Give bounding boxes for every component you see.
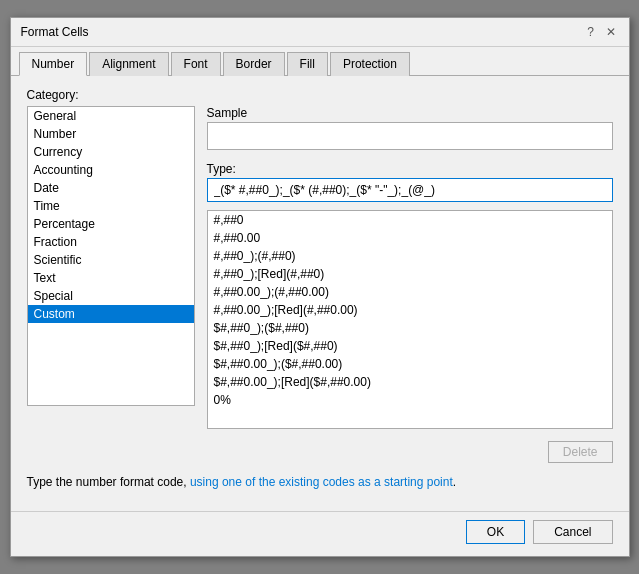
tab-fill[interactable]: Fill — [287, 52, 328, 76]
title-bar: Format Cells ? ✕ — [11, 18, 629, 47]
category-item-custom[interactable]: Custom — [28, 305, 194, 323]
tab-number[interactable]: Number — [19, 52, 88, 76]
close-button[interactable]: ✕ — [603, 24, 619, 40]
format-item[interactable]: $#,##0.00_);[Red]($#,##0.00) — [208, 373, 612, 391]
format-item[interactable]: #,##0.00 — [208, 229, 612, 247]
category-item-text[interactable]: Text — [28, 269, 194, 287]
type-input[interactable] — [207, 178, 613, 202]
format-item[interactable]: $#,##0_);[Red]($#,##0) — [208, 337, 612, 355]
title-bar-controls: ? ✕ — [583, 24, 619, 40]
format-item[interactable]: $#,##0.00_);($#,##0.00) — [208, 355, 612, 373]
format-item[interactable]: #,##0 — [208, 211, 612, 229]
category-item-currency[interactable]: Currency — [28, 143, 194, 161]
category-item-general[interactable]: General — [28, 107, 194, 125]
format-list-container[interactable]: #,##0 #,##0.00 #,##0_);(#,##0) #,##0_);[… — [207, 210, 613, 429]
tab-protection[interactable]: Protection — [330, 52, 410, 76]
main-row: General Number Currency Accounting Date … — [27, 106, 613, 463]
ok-button[interactable]: OK — [466, 520, 525, 544]
category-list[interactable]: General Number Currency Accounting Date … — [27, 106, 195, 406]
category-item-fraction[interactable]: Fraction — [28, 233, 194, 251]
sample-section: Sample — [207, 106, 613, 150]
hint-prefix: Type the number format code, — [27, 475, 190, 489]
tab-content: Category: General Number Currency Accoun… — [11, 76, 629, 511]
category-item-special[interactable]: Special — [28, 287, 194, 305]
category-item-number[interactable]: Number — [28, 125, 194, 143]
category-item-accounting[interactable]: Accounting — [28, 161, 194, 179]
right-panel: Sample Type: #,##0 #,##0.00 #,##0_);(#,#… — [207, 106, 613, 463]
format-list: #,##0 #,##0.00 #,##0_);(#,##0) #,##0_);[… — [208, 211, 612, 409]
sample-box — [207, 122, 613, 150]
format-item[interactable]: #,##0_);(#,##0) — [208, 247, 612, 265]
category-panel: General Number Currency Accounting Date … — [27, 106, 195, 463]
category-item-scientific[interactable]: Scientific — [28, 251, 194, 269]
tab-bar: Number Alignment Font Border Fill Protec… — [11, 47, 629, 76]
category-item-time[interactable]: Time — [28, 197, 194, 215]
dialog-title: Format Cells — [21, 25, 89, 39]
format-cells-dialog: Format Cells ? ✕ Number Alignment Font B… — [10, 17, 630, 557]
hint-text: Type the number format code, using one o… — [27, 473, 613, 491]
help-button[interactable]: ? — [583, 24, 599, 40]
delete-row: Delete — [207, 441, 613, 463]
format-item[interactable]: #,##0.00_);[Red](#,##0.00) — [208, 301, 612, 319]
tab-font[interactable]: Font — [171, 52, 221, 76]
category-label: Category: — [27, 88, 613, 102]
hint-suffix: . — [453, 475, 456, 489]
format-item[interactable]: $#,##0_);($#,##0) — [208, 319, 612, 337]
bottom-buttons: OK Cancel — [11, 511, 629, 556]
format-item[interactable]: 0% — [208, 391, 612, 409]
format-item[interactable]: #,##0_);[Red](#,##0) — [208, 265, 612, 283]
tab-border[interactable]: Border — [223, 52, 285, 76]
format-item[interactable]: #,##0.00_);(#,##0.00) — [208, 283, 612, 301]
type-section: Type: — [207, 162, 613, 202]
category-item-date[interactable]: Date — [28, 179, 194, 197]
format-list-wrapper: #,##0 #,##0.00 #,##0_);(#,##0) #,##0_);[… — [207, 210, 613, 429]
type-label: Type: — [207, 162, 613, 176]
sample-label: Sample — [207, 106, 613, 120]
delete-button[interactable]: Delete — [548, 441, 613, 463]
hint-link[interactable]: using one of the existing codes as a sta… — [190, 475, 453, 489]
tab-alignment[interactable]: Alignment — [89, 52, 168, 76]
cancel-button[interactable]: Cancel — [533, 520, 612, 544]
category-item-percentage[interactable]: Percentage — [28, 215, 194, 233]
